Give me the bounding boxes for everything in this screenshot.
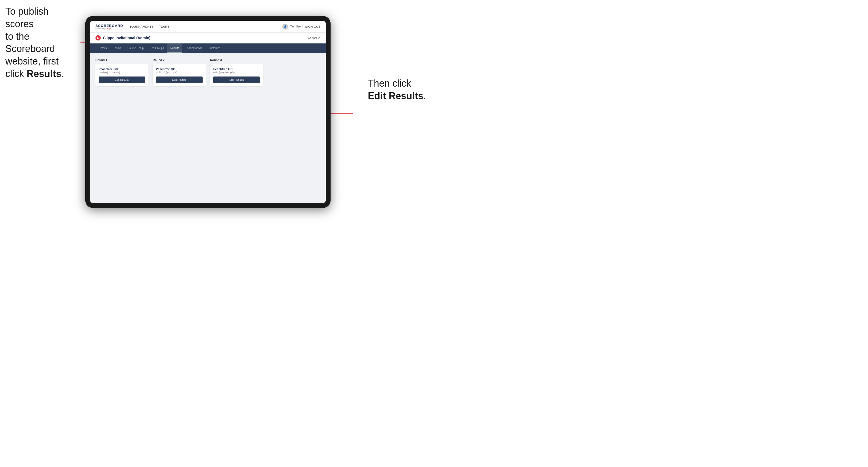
period-left: . xyxy=(61,68,64,79)
edit-results-btn-round-1[interactable]: Edit Results xyxy=(99,76,145,83)
tablet-screen: SCOREBOARD Powered by clippd TOURNAMENTS… xyxy=(90,21,326,203)
round-1-details: Gold (M) (7010 yds) xyxy=(99,71,145,74)
tab-bar: Details Teams Course Setup Tee Groups Re… xyxy=(90,43,326,53)
round-3-card: Peachtree GC Gold (M) (7010 yds) Edit Re… xyxy=(210,64,263,86)
tab-course-setup[interactable]: Course Setup xyxy=(124,43,147,53)
close-icon: ✕ xyxy=(318,36,320,40)
top-nav: SCOREBOARD Powered by clippd TOURNAMENTS… xyxy=(90,21,326,33)
round-4-empty-column xyxy=(268,58,320,86)
tournament-name: Clippd Invitational (Admin) xyxy=(103,36,150,40)
nav-tournaments[interactable]: TOURNAMENTS xyxy=(130,25,154,28)
edit-results-btn-round-2[interactable]: Edit Results xyxy=(156,76,203,83)
nav-teams[interactable]: TEAMS xyxy=(159,25,169,28)
logo-clippd: clippd xyxy=(106,27,112,29)
round-3-title: Round 3 xyxy=(210,58,263,62)
logo-powered-by: Powered by clippd xyxy=(95,27,123,29)
results-bold: Results xyxy=(27,68,61,79)
edit-results-btn-round-3[interactable]: Edit Results xyxy=(213,76,260,83)
nav-links: TOURNAMENTS TEAMS xyxy=(130,25,282,28)
instruction-left-text: To publish scoresto the Scoreboardwebsit… xyxy=(5,6,64,79)
cancel-button[interactable]: Cancel ✕ xyxy=(308,36,320,40)
tab-teams[interactable]: Teams xyxy=(110,43,124,53)
edit-results-bold: Edit Results xyxy=(368,90,423,101)
tablet: SCOREBOARD Powered by clippd TOURNAMENTS… xyxy=(85,16,331,208)
logo-scoreboard: SCOREBOARD xyxy=(95,24,123,27)
tab-results[interactable]: Results xyxy=(167,43,182,53)
logo-area: SCOREBOARD Powered by clippd xyxy=(95,24,123,29)
rounds-grid: Round 1 Peachtree GC Gold (M) (7010 yds)… xyxy=(95,58,320,86)
avatar: 👤 xyxy=(282,24,288,30)
instruction-left: To publish scoresto the Scoreboardwebsit… xyxy=(5,5,75,80)
round-2-title: Round 2 xyxy=(153,58,206,62)
tab-details[interactable]: Details xyxy=(95,43,110,53)
then-click-text: Then click xyxy=(368,78,411,89)
tab-printables[interactable]: Printables xyxy=(205,43,223,53)
tournament-header: C Clippd Invitational (Admin) Cancel ✕ xyxy=(90,33,326,43)
round-1-card: Peachtree GC Gold (M) (7010 yds) Edit Re… xyxy=(95,64,149,86)
round-1-column: Round 1 Peachtree GC Gold (M) (7010 yds)… xyxy=(95,58,149,86)
period-right: . xyxy=(423,90,426,101)
tournament-title-area: C Clippd Invitational (Admin) xyxy=(95,35,150,40)
round-1-course: Peachtree GC xyxy=(99,67,145,71)
main-content: Round 1 Peachtree GC Gold (M) (7010 yds)… xyxy=(90,53,326,203)
cancel-label: Cancel xyxy=(308,36,317,39)
round-2-course: Peachtree GC xyxy=(156,67,203,71)
round-1-title: Round 1 xyxy=(95,58,149,62)
tab-leaderboards[interactable]: Leaderboards xyxy=(182,43,205,53)
round-2-card: Peachtree GC Gold (M) (7010 yds) Edit Re… xyxy=(153,64,206,86)
instruction-right: Then click Edit Results. xyxy=(368,77,426,102)
nav-right: 👤 Test User | Sign out xyxy=(282,24,320,30)
round-3-details: Gold (M) (7010 yds) xyxy=(213,71,260,74)
round-3-course: Peachtree GC xyxy=(213,67,260,71)
round-2-column: Round 2 Peachtree GC Gold (M) (7010 yds)… xyxy=(153,58,206,86)
round-3-column: Round 3 Peachtree GC Gold (M) (7010 yds)… xyxy=(210,58,263,86)
sign-out-link[interactable]: Sign out xyxy=(305,25,320,28)
c-icon: C xyxy=(95,35,101,40)
tab-tee-groups[interactable]: Tee Groups xyxy=(147,43,167,53)
user-name: Test User | xyxy=(290,25,303,28)
round-2-details: Gold (M) (7010 yds) xyxy=(156,71,203,74)
